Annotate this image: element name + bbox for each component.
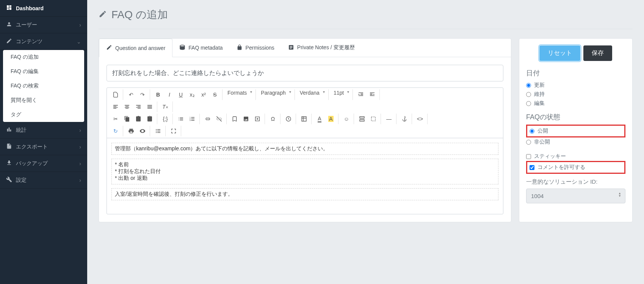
print-icon[interactable] [125, 126, 137, 136]
cut-icon[interactable]: ✂ [110, 114, 121, 124]
bold-icon[interactable]: B [152, 89, 164, 100]
solution-id-value: 1004 [531, 193, 544, 199]
align-justify-icon[interactable] [144, 101, 155, 112]
tab-permissions[interactable]: Permissions [230, 39, 281, 57]
lock-icon [237, 44, 243, 51]
sidebar-item-contents[interactable]: コンテンツ ⌄ [0, 33, 87, 50]
editor-content[interactable]: 管理部（kanribu@example.com）あてに以下の情報を記載し、メール… [107, 138, 503, 214]
submenu-tag[interactable]: タグ [3, 108, 84, 122]
checklist-icon[interactable] [152, 126, 164, 136]
sidebar-item-dashboard[interactable]: Dashboard [0, 0, 87, 17]
save-button[interactable]: 保存 [583, 45, 612, 61]
solution-id-input[interactable]: 1004 ▲▼ [526, 189, 625, 203]
sidebar: Dashboard ユーザー › コンテンツ ⌄ FAQ の追加 FAQ の編集… [0, 0, 87, 284]
state-public-radio[interactable]: 公開 [530, 126, 622, 136]
date-keep-radio[interactable]: 維持 [526, 90, 625, 99]
paste-text-icon[interactable] [144, 114, 155, 124]
refresh-icon[interactable]: ↻ [110, 126, 121, 136]
text-color-icon[interactable]: A [314, 114, 325, 124]
paragraph-select[interactable]: Paragraph [258, 89, 293, 100]
link-icon[interactable] [202, 114, 213, 124]
state-section-title: FAQの状態 [526, 112, 625, 122]
stepper-icon[interactable]: ▲▼ [618, 192, 621, 197]
chevron-right-icon: › [79, 127, 81, 133]
source-icon[interactable]: <> [414, 114, 426, 124]
size-select[interactable]: 11pt [331, 89, 351, 100]
tab-qa[interactable]: Question and answer [99, 39, 172, 57]
sidebar-label: コンテンツ [16, 38, 42, 45]
sticky-checkbox[interactable]: スティッキー [526, 152, 625, 161]
strikethrough-icon[interactable]: S [209, 89, 221, 100]
editor-paragraph[interactable]: 管理部（kanribu@example.com）あてに以下の情報を記載し、メール… [111, 143, 498, 155]
chevron-right-icon: › [79, 22, 81, 28]
preview-icon[interactable] [137, 126, 148, 136]
omega-icon[interactable]: Ω [267, 114, 279, 124]
image-icon[interactable] [240, 114, 252, 124]
pagebreak-icon[interactable] [356, 114, 368, 124]
submenu-add-faq[interactable]: FAQ の追加 [3, 50, 84, 64]
formats-select[interactable]: Formats [225, 89, 254, 100]
undo-icon[interactable]: ↶ [125, 89, 137, 100]
user-icon [6, 21, 12, 28]
subscript-icon[interactable]: x₂ [186, 89, 198, 100]
bookmark-icon[interactable] [229, 114, 240, 124]
clear-format-icon[interactable]: T× [160, 101, 171, 112]
unlink-icon[interactable] [213, 114, 225, 124]
editor-list[interactable]: * 名前 * 打刻を忘れた日付 * 出勤 or 退勤 [111, 159, 498, 184]
code-icon[interactable]: {;} [160, 114, 171, 124]
download-icon [6, 160, 12, 167]
sidebar-item-backup[interactable]: バックアップ › [0, 155, 87, 172]
editor-paragraph[interactable]: 入室/退室時間を確認後、打刻の修正を行います。 [111, 188, 498, 200]
sidebar-label: 設定 [16, 177, 27, 184]
fullscreen-icon[interactable] [168, 126, 179, 136]
align-left-icon[interactable] [110, 101, 121, 112]
copy-icon[interactable] [121, 114, 133, 124]
sidebar-item-stats[interactable]: 統計 › [0, 122, 87, 139]
sidebar-panel: リセット 保存 日付 更新 維持 編集 FAQの状態 公開 非公開 スティッキー… [519, 38, 633, 222]
chevron-right-icon: › [79, 177, 81, 183]
align-right-icon[interactable] [133, 101, 144, 112]
submenu-search-faq[interactable]: FAQ の検索 [3, 79, 84, 93]
table-icon[interactable] [298, 114, 310, 124]
edit-icon [6, 38, 12, 45]
tab-label: FAQ metadata [188, 45, 223, 51]
allow-comments-checkbox[interactable]: コメントを許可する [530, 163, 622, 172]
tab-notes[interactable]: Private Notes / 変更履歴 [281, 39, 362, 57]
editor-panel: Question and answer FAQ metadata Permiss… [99, 38, 511, 222]
state-private-radio[interactable]: 非公開 [526, 137, 625, 147]
italic-icon[interactable]: I [164, 89, 175, 100]
sidebar-label: 統計 [16, 127, 27, 134]
hr-icon[interactable]: — [383, 114, 395, 124]
underline-icon[interactable]: U [175, 89, 186, 100]
dashboard-icon [6, 5, 12, 12]
date-update-radio[interactable]: 更新 [526, 81, 625, 90]
date-section-title: 日付 [526, 69, 625, 78]
tab-label: Question and answer [115, 45, 165, 51]
submenu-open-question[interactable]: 質問を開く [3, 93, 84, 108]
question-input[interactable] [107, 65, 503, 81]
outdent-icon[interactable] [355, 89, 367, 100]
file-icon [6, 143, 12, 150]
indent-icon[interactable] [367, 89, 378, 100]
anchor-icon[interactable] [399, 114, 410, 124]
emoji-icon[interactable]: ☺ [341, 114, 352, 124]
align-center-icon[interactable] [121, 101, 133, 112]
media-icon[interactable] [252, 114, 263, 124]
sidebar-item-users[interactable]: ユーザー › [0, 17, 87, 33]
sidebar-item-export[interactable]: エクスポート › [0, 139, 87, 155]
number-list-icon[interactable] [186, 114, 198, 124]
bg-color-icon[interactable]: A [325, 114, 337, 124]
paste-icon[interactable] [133, 114, 144, 124]
tab-metadata[interactable]: FAQ metadata [172, 39, 229, 57]
submenu-edit-faq[interactable]: FAQ の編集 [3, 64, 84, 79]
font-select[interactable]: Verdana [297, 89, 327, 100]
reset-button[interactable]: リセット [539, 45, 580, 61]
superscript-icon[interactable]: x² [198, 89, 209, 100]
clock-icon[interactable] [283, 114, 294, 124]
redo-icon[interactable]: ↷ [137, 89, 148, 100]
date-edit-radio[interactable]: 編集 [526, 99, 625, 108]
nbsp-icon[interactable] [368, 114, 379, 124]
bullet-list-icon[interactable] [175, 114, 186, 124]
new-doc-icon[interactable] [110, 89, 121, 100]
sidebar-item-settings[interactable]: 設定 › [0, 172, 87, 189]
